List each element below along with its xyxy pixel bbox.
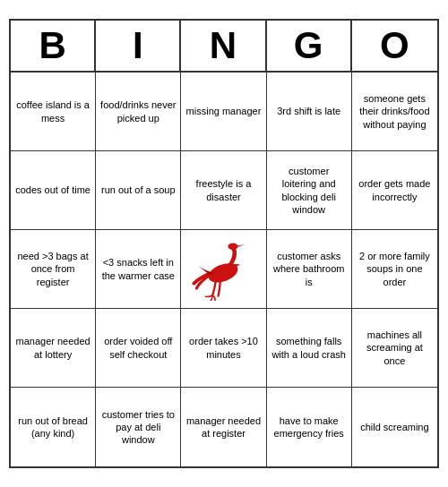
bird-icon <box>187 238 259 301</box>
cell-text-r1c1: coffee island is a mess <box>14 98 91 124</box>
cell-r5c1: run out of bread (any kind) <box>11 388 96 466</box>
cell-r1c5: someone gets their drinks/food without p… <box>352 73 437 151</box>
cell-text-r4c2: order voided off self checkout <box>99 335 177 361</box>
header-o: O <box>352 21 437 73</box>
cell-r3c3 <box>181 230 266 309</box>
cell-r3c4: customer asks where bathroom is <box>267 230 352 309</box>
header-g: G <box>267 21 352 73</box>
cell-r5c4: have to make emergency fries <box>267 388 352 466</box>
cell-text-r2c4: customer loitering and blocking deli win… <box>271 165 348 216</box>
cell-r4c1: manager needed at lottery <box>11 309 96 388</box>
cell-r4c3: order takes >10 minutes <box>181 309 266 388</box>
cell-text-r3c1: need >3 bags at once from register <box>14 250 91 288</box>
cell-r2c5: order gets made incorrectly <box>352 151 437 230</box>
bingo-header: B I N G O <box>11 21 437 73</box>
cell-text-r1c4: 3rd shift is late <box>277 105 340 117</box>
cell-text-r5c3: manager needed at register <box>185 414 262 440</box>
cell-text-r5c1: run out of bread (any kind) <box>14 414 91 440</box>
cell-r5c3: manager needed at register <box>181 388 266 466</box>
cell-r1c2: food/drinks never picked up <box>96 73 181 151</box>
cell-r1c1: coffee island is a mess <box>11 73 96 151</box>
cell-r3c5: 2 or more family soups in one order <box>352 230 437 309</box>
svg-point-1 <box>228 243 238 250</box>
cell-text-r2c2: run out of a soup <box>101 184 176 196</box>
cell-r2c3: freestyle is a disaster <box>181 151 266 230</box>
cell-text-r5c4: have to make emergency fries <box>271 414 348 440</box>
cell-r5c2: customer tries to pay at deli window <box>96 388 181 466</box>
cell-r2c4: customer loitering and blocking deli win… <box>267 151 352 230</box>
cell-r3c1: need >3 bags at once from register <box>11 230 96 309</box>
cell-text-r3c5: 2 or more family soups in one order <box>356 250 434 288</box>
cell-text-r4c1: manager needed at lottery <box>14 335 91 361</box>
bingo-grid: coffee island is a messfood/drinks never… <box>11 73 437 466</box>
header-i: I <box>96 21 181 73</box>
cell-text-r1c3: missing manager <box>186 105 262 117</box>
cell-r4c5: machines all screaming at once <box>352 309 437 388</box>
cell-r4c4: something falls with a loud crash <box>267 309 352 388</box>
cell-r5c5: child screaming <box>352 388 437 466</box>
cell-text-r3c2: <3 snacks left in the warmer case <box>99 256 177 282</box>
cell-text-r4c3: order takes >10 minutes <box>185 335 262 361</box>
cell-text-r5c2: customer tries to pay at deli window <box>99 408 177 447</box>
cell-r3c2: <3 snacks left in the warmer case <box>96 230 181 309</box>
header-b: B <box>11 21 96 73</box>
cell-text-r1c2: food/drinks never picked up <box>99 98 177 124</box>
cell-r4c2: order voided off self checkout <box>96 309 181 388</box>
cell-text-r2c1: codes out of time <box>15 184 90 196</box>
cell-r2c1: codes out of time <box>11 151 96 230</box>
cell-text-r2c5: order gets made incorrectly <box>356 177 434 203</box>
cell-text-r1c5: someone gets their drinks/food without p… <box>356 92 434 131</box>
cell-text-r2c3: freestyle is a disaster <box>185 177 262 203</box>
header-n: N <box>181 21 266 73</box>
cell-r1c4: 3rd shift is late <box>267 73 352 151</box>
cell-r1c3: missing manager <box>181 73 266 151</box>
cell-text-r3c4: customer asks where bathroom is <box>271 250 348 288</box>
cell-text-r4c5: machines all screaming at once <box>356 329 434 367</box>
cell-text-r5c5: child screaming <box>360 421 428 433</box>
cell-text-r4c4: something falls with a loud crash <box>271 335 348 361</box>
cell-r2c2: run out of a soup <box>96 151 181 230</box>
bingo-card: B I N G O coffee island is a messfood/dr… <box>9 19 439 468</box>
